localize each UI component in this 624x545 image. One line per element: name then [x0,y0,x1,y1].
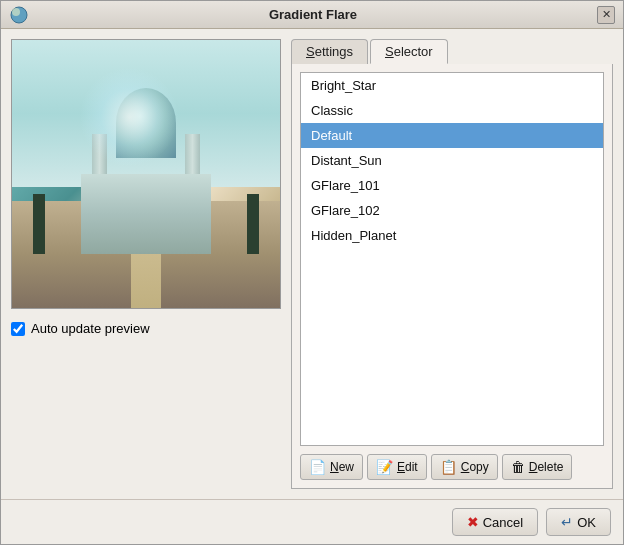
list-item[interactable]: Distant_Sun [301,148,603,173]
tree-left [33,194,45,254]
flare-overlay [79,67,179,167]
svg-point-1 [12,8,20,16]
right-panel: Settings Selector Bright_Star Classic De… [291,39,613,489]
ok-label: OK [577,515,596,530]
edit-icon: 📝 [376,459,393,475]
edit-label: Edit [397,460,418,474]
ok-button[interactable]: ↵ OK [546,508,611,536]
selector-panel: Bright_Star Classic Default Distant_Sun … [291,64,613,489]
cancel-icon: ✖ [467,514,479,530]
ok-icon: ↵ [561,514,573,530]
auto-update-label[interactable]: Auto update preview [31,321,150,336]
cancel-button[interactable]: ✖ Cancel [452,508,538,536]
list-item[interactable]: GFlare_102 [301,198,603,223]
tree-right [247,194,259,254]
auto-update-checkbox[interactable] [11,322,25,336]
delete-button[interactable]: 🗑 Delete [502,454,573,480]
list-item[interactable]: Bright_Star [301,73,603,98]
list-item-default[interactable]: Default [301,123,603,148]
copy-button[interactable]: 📋 Copy [431,454,498,480]
close-button[interactable]: ✕ [597,6,615,24]
footer: ✖ Cancel ↵ OK [1,499,623,544]
gradient-flare-dialog: Gradient Flare ✕ Auto update preview [0,0,624,545]
app-icon [9,5,29,25]
left-panel: Auto update preview [11,39,281,489]
list-item[interactable]: Hidden_Planet [301,223,603,248]
preview-image [11,39,281,309]
tab-selector[interactable]: Selector [370,39,448,64]
list-item[interactable]: Classic [301,98,603,123]
new-icon: 📄 [309,459,326,475]
tab-settings[interactable]: Settings [291,39,368,64]
list-item[interactable]: GFlare_101 [301,173,603,198]
cancel-label: Cancel [483,515,523,530]
tab-settings-label: Settings [306,44,353,59]
copy-icon: 📋 [440,459,457,475]
window-title: Gradient Flare [29,7,597,22]
new-button[interactable]: 📄 New [300,454,363,480]
new-label: New [330,460,354,474]
main-content: Auto update preview Settings Selector Br… [1,29,623,499]
flare-list[interactable]: Bright_Star Classic Default Distant_Sun … [300,72,604,446]
edit-button[interactable]: 📝 Edit [367,454,427,480]
tab-bar: Settings Selector [291,39,613,65]
tab-selector-label: Selector [385,44,433,59]
auto-update-row: Auto update preview [11,321,281,336]
titlebar: Gradient Flare ✕ [1,1,623,29]
action-buttons: 📄 New 📝 Edit 📋 Copy 🗑 Delete [300,454,604,480]
building-body [81,174,211,254]
copy-label: Copy [461,460,489,474]
delete-label: Delete [529,460,564,474]
delete-icon: 🗑 [511,459,525,475]
